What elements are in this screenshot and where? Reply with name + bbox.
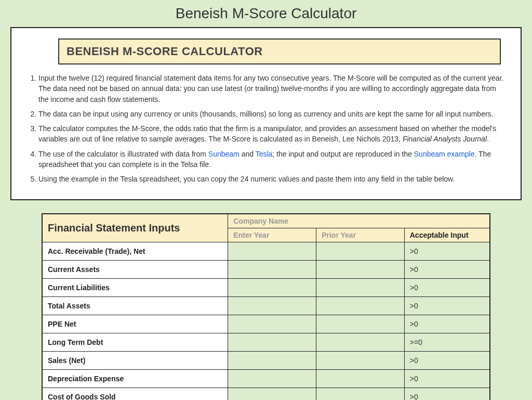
table-row: Long Term Debt>=0 [42, 333, 490, 351]
table-row: Total Assets>0 [42, 296, 490, 315]
prior-year-field[interactable]: Prior Year [316, 228, 405, 242]
page-title: Beneish M-Score Calculator [0, 5, 532, 22]
table-row: Acc. Receivable (Trade), Net>0 [42, 242, 490, 260]
current-year-input[interactable] [228, 388, 316, 400]
prior-year-input[interactable] [316, 242, 405, 260]
prior-year-input[interactable] [316, 296, 405, 315]
acceptable-input-value: >0 [404, 351, 490, 369]
table-title: Financial Statement Inputs [42, 214, 228, 242]
banner-title: BENEISH M-SCORE CALCULATOR [58, 38, 501, 64]
instruction-1: Input the twelve (12) required financial… [38, 73, 505, 105]
acceptable-input-value: >0 [404, 242, 490, 260]
prior-year-placeholder: Prior Year [322, 231, 356, 239]
current-year-input[interactable] [228, 260, 316, 278]
inputs-table-wrap: Financial Statement Inputs Company Name … [42, 213, 490, 400]
instructions-panel: BENEISH M-SCORE CALCULATOR Input the twe… [10, 27, 522, 200]
acceptable-input-value: >0 [404, 388, 490, 400]
acceptable-input-value: >0 [404, 315, 490, 333]
company-name-placeholder: Company Name [233, 217, 288, 225]
instruction-3-journal: Financial Analysts Journal [403, 135, 487, 143]
acceptable-input-header: Acceptable Input [404, 228, 490, 242]
current-year-input[interactable] [228, 351, 316, 369]
enter-year-placeholder: Enter Year [233, 231, 269, 239]
current-year-input[interactable] [228, 278, 316, 296]
link-sunbeam[interactable]: Sunbeam [208, 150, 240, 158]
row-label: Long Term Debt [42, 333, 228, 351]
current-year-input[interactable] [228, 369, 316, 388]
table-row: Current Liabilities>0 [42, 278, 490, 296]
current-year-input[interactable] [228, 333, 316, 351]
link-sunbeam-example[interactable]: Sunbeam example [414, 150, 475, 158]
row-label: PPE Net [42, 315, 228, 333]
instruction-3-text-b: . [487, 135, 489, 143]
row-label: Total Assets [42, 296, 228, 315]
row-label: Sales (Net) [42, 351, 228, 369]
instruction-4-text-c: ; the input and output are reproduced in… [272, 150, 414, 158]
current-year-input[interactable] [228, 296, 316, 315]
table-row: Depreciation Expense>0 [42, 369, 490, 388]
prior-year-input[interactable] [316, 278, 405, 296]
row-label: Current Assets [42, 260, 228, 278]
instructions-list: Input the twelve (12) required financial… [27, 73, 505, 185]
instruction-5: Using the example in the Tesla spreadshe… [38, 174, 505, 184]
table-row: Sales (Net)>0 [42, 351, 490, 369]
instruction-4-text-a: The use of the calculator is illustrated… [38, 150, 208, 158]
link-tesla[interactable]: Tesla [256, 150, 273, 158]
instruction-4: The use of the calculator is illustrated… [38, 149, 505, 170]
prior-year-input[interactable] [316, 388, 405, 400]
row-label: Cost of Goods Sold [42, 388, 228, 400]
acceptable-input-value: >=0 [404, 333, 490, 351]
current-year-input[interactable] [228, 315, 316, 333]
prior-year-input[interactable] [316, 260, 405, 278]
prior-year-input[interactable] [316, 351, 405, 369]
acceptable-input-value: >0 [404, 260, 490, 278]
acceptable-input-value: >0 [404, 278, 490, 296]
financial-inputs-table: Financial Statement Inputs Company Name … [42, 213, 490, 400]
prior-year-input[interactable] [316, 333, 405, 351]
company-name-field[interactable]: Company Name [228, 214, 490, 228]
table-row: Current Assets>0 [42, 260, 490, 278]
acceptable-input-value: >0 [404, 296, 490, 315]
enter-year-field[interactable]: Enter Year [228, 228, 316, 242]
acceptable-input-value: >0 [404, 369, 490, 388]
instruction-3: The calculator computes the M-Score, the… [38, 123, 505, 145]
row-label: Depreciation Expense [42, 369, 228, 388]
table-row: Cost of Goods Sold>0 [42, 388, 490, 400]
instruction-4-text-b: and [240, 150, 256, 158]
prior-year-input[interactable] [316, 369, 405, 388]
current-year-input[interactable] [228, 242, 316, 260]
table-row: PPE Net>0 [42, 315, 490, 333]
prior-year-input[interactable] [316, 315, 405, 333]
row-label: Acc. Receivable (Trade), Net [42, 242, 228, 260]
instruction-2: The data can be input using any currency… [38, 109, 505, 119]
row-label: Current Liabilities [42, 278, 228, 296]
